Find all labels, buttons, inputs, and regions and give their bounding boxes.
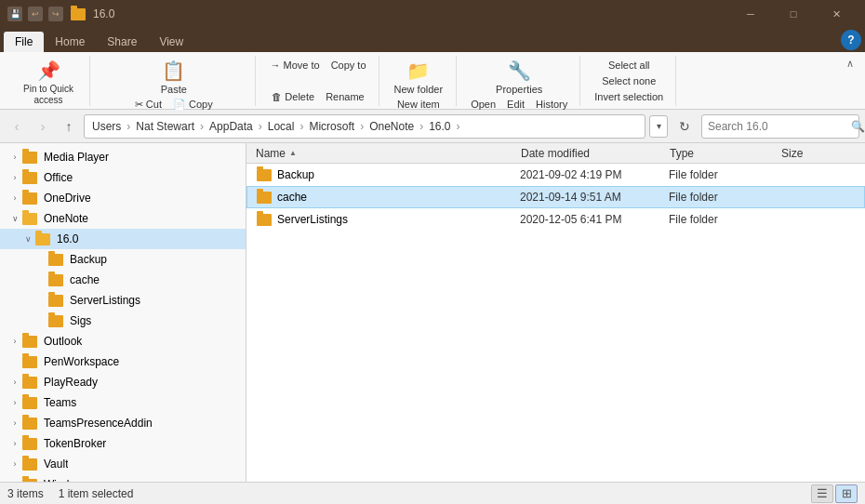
toggle-16-0[interactable]: ∨ xyxy=(20,232,35,246)
tab-file[interactable]: File xyxy=(4,32,44,52)
minimize-button[interactable]: ─ xyxy=(729,0,772,28)
file-icon-serverlistings xyxy=(257,214,272,226)
path-onenote[interactable]: OneNote xyxy=(367,119,416,134)
pin-button[interactable]: 📌 Pin to Quick access xyxy=(15,58,82,108)
cut-icon: ✂ xyxy=(135,99,143,111)
item-count: 3 items xyxy=(7,487,44,500)
move-to-button[interactable]: → Move to xyxy=(265,58,324,73)
sidebar-item-sigs[interactable]: Sigs xyxy=(0,311,246,331)
rename-button[interactable]: Rename xyxy=(321,89,369,104)
forward-button[interactable]: › xyxy=(32,115,54,138)
path-dropdown-button[interactable]: ▾ xyxy=(649,115,668,138)
address-path[interactable]: Users › Nat Stewart › AppData › Local › … xyxy=(84,114,645,139)
move-icon: → xyxy=(270,60,280,71)
toggle-outlook[interactable]: › xyxy=(7,334,22,349)
undo-icon[interactable]: ↩ xyxy=(28,7,43,21)
folder-icon-vault xyxy=(22,458,37,471)
path-users[interactable]: Users xyxy=(90,119,123,134)
folder-icon-backup xyxy=(48,254,63,266)
select-all-button[interactable]: Select all xyxy=(604,58,655,73)
path-appdata[interactable]: AppData xyxy=(207,119,255,134)
search-icon: 🔍 xyxy=(851,120,865,133)
col-header-type[interactable]: Type xyxy=(670,147,781,160)
col-header-name[interactable]: Name ▲ xyxy=(256,147,521,160)
path-16-0[interactable]: 16.0 xyxy=(427,119,452,134)
file-name-backup: Backup xyxy=(277,168,520,181)
folder-icon-windows xyxy=(22,479,37,483)
sidebar-item-onedrive[interactable]: ›OneDrive xyxy=(0,188,246,208)
toggle-teamspresenceaddin[interactable]: › xyxy=(7,416,22,431)
toggle-teams[interactable]: › xyxy=(7,395,22,410)
sidebar-item-office[interactable]: ›Office xyxy=(0,167,246,188)
toggle-media-player[interactable]: › xyxy=(7,150,22,165)
sidebar-item-tokenbroker[interactable]: ›TokenBroker xyxy=(0,433,246,454)
save-icon[interactable]: 💾 xyxy=(7,7,22,21)
back-button[interactable]: ‹ xyxy=(6,115,28,138)
sidebar-item-onenote[interactable]: ∨OneNote xyxy=(0,208,246,229)
col-header-size[interactable]: Size xyxy=(781,147,856,160)
sidebar-item-media-player[interactable]: ›Media Player xyxy=(0,147,246,167)
sort-arrow-name: ▲ xyxy=(289,149,297,157)
file-row-serverlistings[interactable]: ServerListings2020-12-05 6:41 PMFile fol… xyxy=(246,208,865,231)
sidebar-label-onedrive: OneDrive xyxy=(44,192,91,205)
sidebar-item-cache[interactable]: cache xyxy=(0,270,246,290)
status-bar: 3 items 1 item selected ☰ ⊞ xyxy=(0,482,865,504)
sidebar-item-playready[interactable]: ›PlayReady xyxy=(0,372,246,392)
toggle-onedrive[interactable]: › xyxy=(7,191,22,206)
sidebar-item-backup[interactable]: Backup xyxy=(0,249,246,270)
folder-icon-playready xyxy=(22,377,37,389)
file-date-serverlistings: 2020-12-05 6:41 PM xyxy=(520,213,669,226)
file-name-serverlistings: ServerListings xyxy=(277,213,520,226)
organize-group: → Move to Copy to 🗑 Delete Rename xyxy=(258,56,379,106)
sidebar-item-outlook[interactable]: ›Outlook xyxy=(0,331,246,351)
toggle-onenote[interactable]: ∨ xyxy=(7,211,22,226)
sidebar-item-penworkspace[interactable]: PenWorkspace xyxy=(0,351,246,372)
details-view-button[interactable]: ☰ xyxy=(811,484,833,503)
new-folder-button[interactable]: 📁 New folder xyxy=(389,58,449,97)
invert-selection-button[interactable]: Invert selection xyxy=(590,89,668,104)
tab-home[interactable]: Home xyxy=(44,32,96,52)
folder-icon-serverlistings xyxy=(48,295,63,307)
path-local[interactable]: Local xyxy=(266,119,297,134)
tab-view[interactable]: View xyxy=(148,32,194,52)
help-button[interactable]: ? xyxy=(841,30,861,50)
properties-icon: 🔧 xyxy=(508,60,531,82)
col-header-date[interactable]: Date modified xyxy=(521,147,670,160)
copy-to-button[interactable]: Copy to xyxy=(326,58,371,73)
sidebar-item-16-0[interactable]: ∨16.0 xyxy=(0,229,246,249)
delete-button[interactable]: 🗑 Delete xyxy=(267,89,319,104)
select-none-button[interactable]: Select none xyxy=(597,73,660,88)
sidebar-item-teamspresenceaddin[interactable]: ›TeamsPresenceAddin xyxy=(0,413,246,433)
path-microsoft[interactable]: Microsoft xyxy=(307,119,356,134)
sidebar-item-serverlistings[interactable]: ServerListings xyxy=(0,290,246,311)
path-nat-stewart[interactable]: Nat Stewart xyxy=(134,119,196,134)
sidebar-label-media-player: Media Player xyxy=(44,151,109,164)
grid-view-button[interactable]: ⊞ xyxy=(835,484,858,503)
sidebar-item-windows[interactable]: ›Windows xyxy=(0,474,246,482)
copy-group: 📋 Paste ✂ Cut 📄 Copy 🔗 Copy path Paste s… xyxy=(92,56,256,106)
sidebar-label-tokenbroker: TokenBroker xyxy=(44,437,106,450)
maximize-button[interactable]: □ xyxy=(772,0,815,28)
toggle-vault[interactable]: › xyxy=(7,457,22,471)
properties-button[interactable]: 🔧 Properties xyxy=(490,58,548,97)
sidebar-item-teams[interactable]: ›Teams xyxy=(0,392,246,413)
sidebar: ›Media Player›Office›OneDrive∨OneNote∨16… xyxy=(0,143,246,482)
file-row-cache[interactable]: cache2021-09-14 9:51 AMFile folder xyxy=(246,186,865,208)
toggle-playready[interactable]: › xyxy=(7,375,22,390)
ribbon-collapse-button[interactable]: ∧ xyxy=(843,56,858,72)
sidebar-item-vault[interactable]: ›Vault xyxy=(0,454,246,474)
tab-share[interactable]: Share xyxy=(96,32,148,52)
redo-icon[interactable]: ↪ xyxy=(48,7,63,21)
delete-icon: 🗑 xyxy=(272,91,282,102)
toggle-office[interactable]: › xyxy=(7,170,22,185)
up-button[interactable]: ↑ xyxy=(58,115,80,138)
folder-icon-office xyxy=(22,172,37,184)
folder-icon-onedrive xyxy=(22,192,37,205)
search-input[interactable] xyxy=(708,120,847,133)
toggle-tokenbroker[interactable]: › xyxy=(7,436,22,451)
file-row-backup[interactable]: Backup2021-09-02 4:19 PMFile folder xyxy=(246,164,865,186)
paste-button[interactable]: 📋 Paste xyxy=(155,58,193,97)
refresh-button[interactable]: ↻ xyxy=(672,114,698,139)
close-button[interactable]: ✕ xyxy=(815,0,858,28)
sidebar-label-onenote: OneNote xyxy=(44,212,88,225)
